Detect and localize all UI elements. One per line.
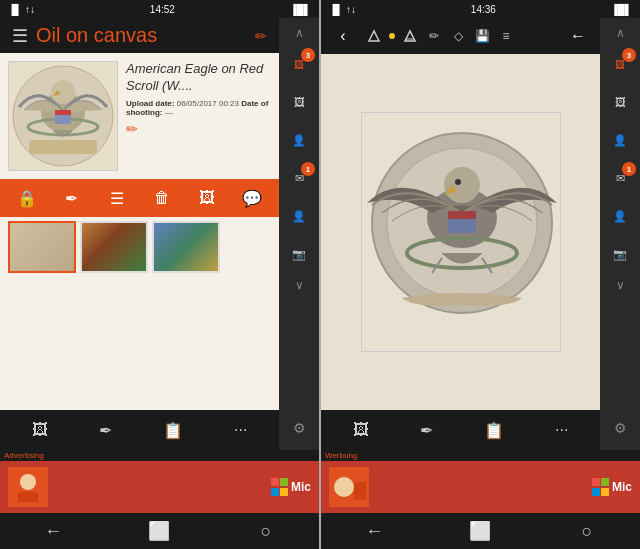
more-bottom-btn[interactable]: ···: [234, 421, 247, 439]
eagle-large-svg: [362, 113, 561, 352]
time-2: 14:36: [471, 4, 496, 15]
doc-bottom-btn[interactable]: 📋: [163, 421, 183, 440]
sign-btn-2[interactable]: ✒: [420, 421, 433, 440]
svg-point-9: [20, 474, 36, 490]
artwork-info: American Eagle on Red Scroll (W.... Uplo…: [126, 61, 271, 137]
settings-btn-2[interactable]: ⚙: [602, 410, 638, 446]
thumb-3[interactable]: [152, 221, 220, 273]
ms-logo-1: Mic: [271, 478, 311, 496]
status-bar-1: ▐▌ ↑↓ 14:52 ▐█▌: [0, 0, 319, 18]
battery-1: ▐█▌: [290, 4, 311, 15]
badge-3-1: 3: [301, 48, 315, 62]
artwork-title: American Eagle on Red Scroll (W....: [126, 61, 271, 95]
svg-point-16: [455, 179, 461, 185]
doc-btn-2[interactable]: 📋: [484, 421, 504, 440]
pen-tool[interactable]: ✏: [423, 25, 445, 47]
scroll-down-1[interactable]: ∨: [281, 274, 317, 296]
ms-text-1: Mic: [291, 480, 311, 494]
sidebar-img-btn-1[interactable]: 🖼: [281, 84, 317, 120]
crop-tool[interactable]: [399, 25, 421, 47]
list-btn[interactable]: ☰: [102, 183, 132, 213]
signal-1: ▐▌ ↑↓: [8, 4, 35, 15]
scroll-up-1[interactable]: ∧: [281, 22, 317, 44]
bottom-toolbar-2: 🖼 ✒ 📋 ···: [321, 410, 600, 450]
scroll-down-2[interactable]: ∨: [602, 274, 638, 296]
phone-1: ▐▌ ↑↓ 14:52 ▐█▌ ☰ Oil on canvas ✏: [0, 0, 319, 549]
svg-rect-24: [354, 482, 366, 500]
page-title: Oil on canvas: [36, 24, 247, 47]
ad-banner-2[interactable]: Mic: [321, 461, 640, 513]
app-content-2: ‹ ✏ ◇ 💾 ≡ ←: [321, 18, 640, 450]
page1-body: American Eagle on Red Scroll (W.... Uplo…: [0, 53, 279, 410]
svg-rect-10: [18, 492, 38, 502]
status-bar-2: ▐▌ ↑↓ 14:36 ▐█▌: [321, 0, 640, 18]
more-btn-2[interactable]: ···: [555, 421, 568, 439]
outline-tool[interactable]: [363, 25, 385, 47]
gallery-btn[interactable]: 🖼: [192, 183, 222, 213]
action-bar: 🔒 ✒ ☰ 🗑 🖼 💬: [0, 179, 279, 217]
back-nav-2[interactable]: ←: [356, 513, 392, 549]
gallery-btn-2[interactable]: 🖼: [353, 421, 369, 439]
badge-mail-2: 1: [622, 162, 636, 176]
scroll-up-2[interactable]: ∧: [602, 22, 638, 44]
bottom-toolbar-1: 🖼 ✒ 📋 ···: [0, 410, 279, 450]
edit-title-icon[interactable]: ✏: [255, 28, 267, 44]
edit-artwork-icon[interactable]: ✏: [126, 121, 271, 137]
dot-indicator: [389, 33, 395, 39]
search-nav-2[interactable]: ○: [569, 513, 605, 549]
ad-banner-1[interactable]: Mic: [0, 461, 319, 513]
diamond-tool[interactable]: ◇: [447, 25, 469, 47]
back-btn-page2[interactable]: ←: [564, 22, 592, 50]
sidebar-mail-btn-1[interactable]: ✉ 1: [281, 160, 317, 196]
search-nav-1[interactable]: ○: [248, 513, 284, 549]
home-nav-2[interactable]: ⬜: [462, 513, 498, 549]
ms-logo-2: Mic: [592, 478, 632, 496]
sidebar-badge-btn-1[interactable]: 🖼 3: [281, 46, 317, 82]
sidebar-badge-btn-2[interactable]: 🖼 3: [602, 46, 638, 82]
svg-rect-5: [29, 140, 97, 154]
ad-label-2: Werbung: [321, 450, 640, 461]
sidebar-person-btn-2[interactable]: 👤: [602, 198, 638, 234]
thumb-1[interactable]: [8, 221, 76, 273]
sidebar-2: ∧ 🖼 3 🖼 👤 ✉ 1 👤 📷 ∨ ⚙: [600, 18, 640, 450]
svg-rect-19: [448, 211, 476, 219]
badge-mail-1: 1: [301, 162, 315, 176]
comment-btn[interactable]: 💬: [237, 183, 267, 213]
battery-2: ▐█▌: [611, 4, 632, 15]
sidebar-user-btn-1[interactable]: 👤: [281, 122, 317, 158]
sign-bottom-btn[interactable]: ✒: [99, 421, 112, 440]
svg-point-3: [51, 80, 75, 104]
ad-label-1: Advertising: [0, 450, 319, 461]
sidebar-user-btn-2[interactable]: 👤: [602, 122, 638, 158]
sidebar-camera-btn-1[interactable]: 📷: [281, 236, 317, 272]
page2-artwork: [361, 112, 561, 352]
gallery-bottom-btn[interactable]: 🖼: [32, 421, 48, 439]
ad-illustration-1: [8, 467, 48, 507]
save-tool[interactable]: 💾: [471, 25, 493, 47]
home-nav-1[interactable]: ⬜: [141, 513, 177, 549]
tool-group: ✏ ◇ 💾 ≡: [363, 25, 517, 47]
badge-3-2: 3: [622, 48, 636, 62]
sidebar-person-btn-1[interactable]: 👤: [281, 198, 317, 234]
thumb-2[interactable]: [80, 221, 148, 273]
phone-2: ▐▌ ↑↓ 14:36 ▐█▌ ‹ ✏ ◇: [321, 0, 640, 549]
ms-text-2: Mic: [612, 480, 632, 494]
lock-btn[interactable]: 🔒: [12, 183, 42, 213]
artwork-image: [8, 61, 118, 171]
artwork-meta: Upload date: 06/05/2017 00:23 Date of sh…: [126, 99, 271, 117]
back-nav-1[interactable]: ←: [35, 513, 71, 549]
sidebar-mail-btn-2[interactable]: ✉ 1: [602, 160, 638, 196]
settings-btn-1[interactable]: ⚙: [281, 410, 317, 446]
menu-tool[interactable]: ≡: [495, 25, 517, 47]
page2-nav: ‹ ✏ ◇ 💾 ≡ ←: [321, 18, 600, 54]
sidebar-camera-btn-2[interactable]: 📷: [602, 236, 638, 272]
back-nav-page2[interactable]: ‹: [329, 22, 357, 50]
hamburger-btn[interactable]: ☰: [12, 25, 28, 47]
delete-btn[interactable]: 🗑: [147, 183, 177, 213]
eagle-svg: [9, 62, 117, 170]
ad-content-2: Mic: [321, 467, 640, 507]
sign-btn[interactable]: ✒: [57, 183, 87, 213]
sidebar-img-btn-2[interactable]: 🖼: [602, 84, 638, 120]
main-panel-2: ‹ ✏ ◇ 💾 ≡ ←: [321, 18, 600, 450]
signal-2: ▐▌ ↑↓: [329, 4, 356, 15]
